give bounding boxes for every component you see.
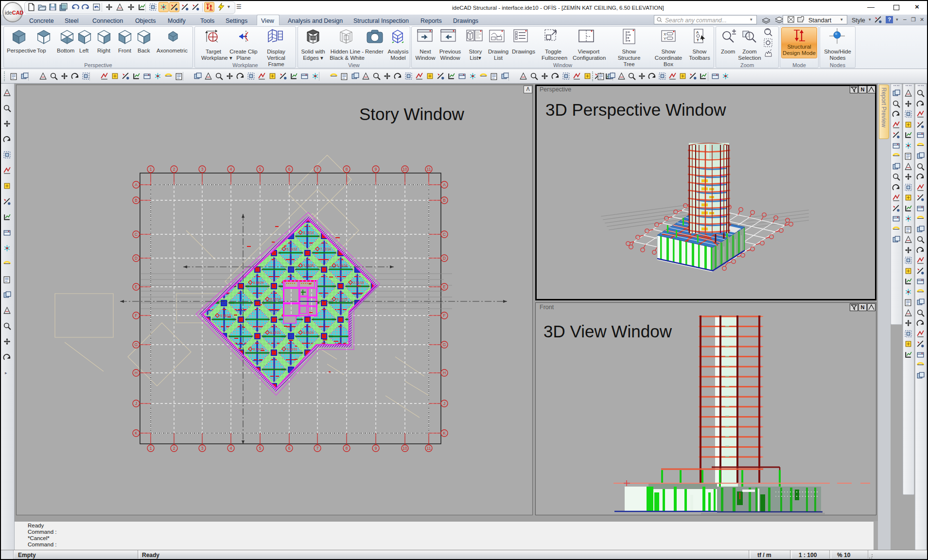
svg-text:6.71/36: 6.71/36 — [270, 231, 281, 234]
svg-text:A: A — [696, 30, 699, 35]
svg-text:F: F — [135, 313, 137, 318]
svg-text:K: K — [135, 431, 138, 436]
svg-text:5.83/29: 5.83/29 — [303, 331, 314, 334]
svg-text:1: 1 — [150, 446, 152, 451]
svg-text:C: C — [135, 232, 138, 237]
svg-text:9.10/25: 9.10/25 — [337, 298, 348, 301]
svg-text:3: 3 — [201, 167, 204, 172]
svg-text:8: 8 — [346, 446, 348, 451]
svg-text:6: 6 — [288, 167, 291, 172]
svg-text:K: K — [443, 431, 446, 436]
svg-text:5: 5 — [259, 446, 262, 451]
svg-text:H: H — [135, 370, 138, 375]
svg-text:J: J — [443, 401, 445, 406]
svg-text:9: 9 — [375, 446, 377, 451]
svg-text:Y: Y — [664, 36, 666, 41]
svg-text:8.47/21: 8.47/21 — [270, 331, 281, 334]
svg-text:D: D — [135, 256, 138, 261]
svg-text:T: T — [697, 38, 699, 42]
svg-text:6: 6 — [288, 446, 291, 451]
svg-text:3.33/31: 3.33/31 — [287, 348, 298, 351]
svg-text:G: G — [443, 342, 446, 347]
svg-text:7.54/34: 7.54/34 — [370, 298, 381, 301]
svg-text:F: F — [443, 313, 445, 318]
svg-text:X: X — [664, 32, 666, 36]
svg-text:1: 1 — [150, 167, 152, 172]
svg-text:7.12/14: 7.12/14 — [320, 247, 331, 251]
svg-text:C: C — [443, 232, 446, 237]
svg-text:5.39/32: 5.39/32 — [287, 247, 298, 251]
svg-text:8.18/14: 8.18/14 — [303, 231, 314, 234]
svg-text:E: E — [443, 284, 446, 289]
svg-text:3: 3 — [201, 446, 204, 451]
svg-text:B: B — [443, 198, 446, 203]
svg-text:11: 11 — [427, 167, 431, 172]
svg-text:8.88/24: 8.88/24 — [253, 281, 264, 284]
svg-text:2.21/15: 2.21/15 — [353, 281, 364, 284]
svg-text:2: 2 — [173, 446, 175, 451]
svg-text:G: G — [135, 342, 138, 347]
svg-text:J: J — [135, 401, 137, 406]
svg-text:5: 5 — [259, 167, 262, 172]
svg-text:4: 4 — [230, 167, 232, 172]
svg-text:7: 7 — [316, 446, 319, 451]
svg-text:10: 10 — [403, 167, 407, 172]
svg-text:A: A — [443, 182, 446, 187]
svg-text:B: B — [135, 198, 138, 203]
svg-text:9: 9 — [375, 167, 377, 172]
svg-text:8.72/14: 8.72/14 — [270, 298, 281, 301]
svg-text:4: 4 — [230, 446, 232, 451]
svg-text:10: 10 — [403, 446, 407, 451]
svg-text:D: D — [443, 256, 446, 261]
svg-text:11: 11 — [427, 446, 431, 451]
svg-text:E: E — [135, 284, 138, 289]
svg-text:A: A — [135, 182, 138, 187]
svg-text:H: H — [443, 370, 446, 375]
svg-text:8: 8 — [346, 167, 348, 172]
svg-text:7: 7 — [316, 167, 319, 172]
svg-text:2: 2 — [173, 167, 175, 172]
